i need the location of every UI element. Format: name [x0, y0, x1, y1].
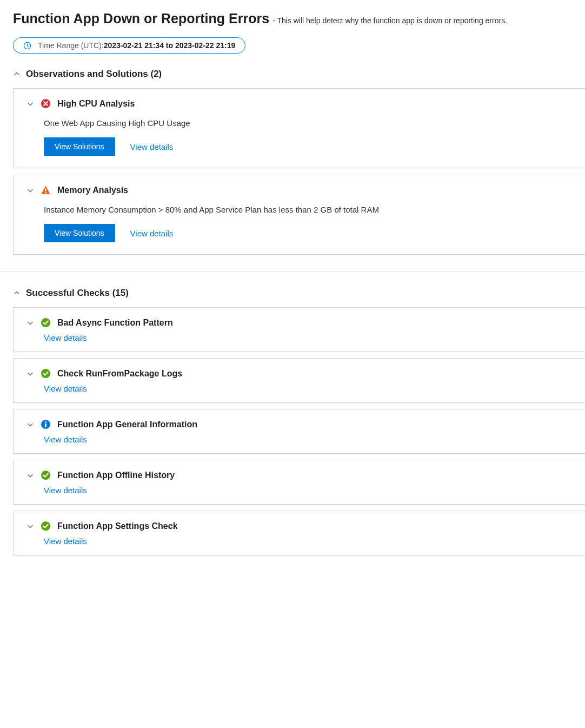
svg-point-3 — [45, 192, 46, 193]
view-solutions-button[interactable]: View Solutions — [44, 137, 115, 156]
success-icon — [41, 317, 51, 328]
info-icon — [41, 419, 51, 429]
page-subtitle: - This will help detect why the function… — [272, 16, 507, 25]
observation-description: One Web App Causing High CPU Usage — [44, 118, 572, 128]
svg-point-9 — [41, 471, 50, 480]
check-panel: Function App General InformationView det… — [13, 409, 585, 454]
view-details-link[interactable]: View details — [44, 435, 87, 444]
observation-panel: High CPU Analysis One Web App Causing Hi… — [13, 88, 585, 168]
chevron-down-icon[interactable] — [26, 370, 34, 378]
view-details-link[interactable]: View details — [44, 384, 87, 393]
check-title: Bad Async Function Pattern — [57, 318, 173, 328]
observations-section-toggle[interactable]: Observations and Solutions (2) — [13, 69, 585, 80]
observation-title: Memory Analysis — [57, 186, 128, 195]
svg-point-5 — [41, 369, 50, 378]
view-details-link[interactable]: View details — [130, 229, 174, 238]
successful-heading: Successful Checks (15) — [26, 288, 129, 299]
check-title: Function App Settings Check — [57, 521, 178, 531]
check-panel: Function App Settings CheckView details — [13, 511, 585, 555]
view-details-link[interactable]: View details — [44, 537, 87, 546]
check-panel: Bad Async Function PatternView details — [13, 307, 585, 352]
chevron-down-icon[interactable] — [26, 522, 34, 530]
success-icon — [41, 521, 51, 531]
chevron-up-icon — [13, 289, 21, 297]
check-title: Function App General Information — [57, 420, 197, 429]
check-panel: Function App Offline HistoryView details — [13, 460, 585, 505]
svg-rect-2 — [45, 188, 46, 191]
success-icon — [41, 470, 51, 480]
time-range-label: Time Range (UTC): — [38, 41, 104, 50]
error-icon — [41, 98, 51, 109]
observation-description: Instance Memory Consumption > 80% and Ap… — [44, 205, 572, 214]
page-title: Function App Down or Reporting Errors — [13, 11, 269, 27]
check-panel: Check RunFromPackage LogsView details — [13, 358, 585, 403]
observation-title: High CPU Analysis — [57, 99, 135, 109]
observations-heading: Observations and Solutions (2) — [26, 69, 162, 80]
successful-section-toggle[interactable]: Successful Checks (15) — [13, 288, 585, 299]
svg-rect-8 — [45, 423, 46, 427]
view-details-link[interactable]: View details — [44, 486, 87, 495]
chevron-down-icon[interactable] — [26, 100, 34, 108]
svg-point-10 — [41, 521, 50, 531]
check-title: Check RunFromPackage Logs — [57, 369, 182, 379]
clock-icon — [23, 42, 31, 50]
observation-panel: Memory Analysis Instance Memory Consumpt… — [13, 175, 585, 255]
time-range-value: 2023-02-21 21:34 to 2023-02-22 21:19 — [104, 41, 236, 50]
check-title: Function App Offline History — [57, 471, 175, 480]
time-range-selector[interactable]: Time Range (UTC): 2023-02-21 21:34 to 20… — [13, 37, 245, 54]
chevron-down-icon[interactable] — [26, 472, 34, 479]
svg-point-4 — [41, 318, 50, 327]
success-icon — [41, 368, 51, 379]
svg-point-7 — [45, 421, 46, 423]
warning-icon — [41, 185, 51, 195]
chevron-down-icon[interactable] — [26, 187, 34, 194]
chevron-up-icon — [13, 70, 21, 78]
chevron-down-icon[interactable] — [26, 319, 34, 327]
section-divider — [0, 271, 585, 272]
view-details-link[interactable]: View details — [130, 142, 174, 151]
view-solutions-button[interactable]: View Solutions — [44, 224, 115, 242]
view-details-link[interactable]: View details — [44, 333, 87, 342]
chevron-down-icon[interactable] — [26, 421, 34, 428]
